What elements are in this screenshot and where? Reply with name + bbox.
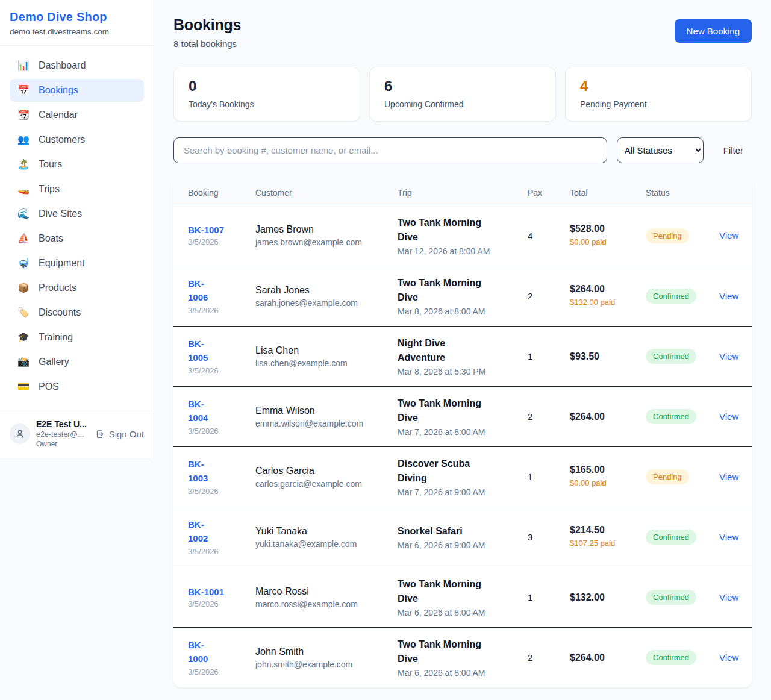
trip-cell: Discover Scuba Diving Mar 7, 2026 at 9:0… [398, 457, 528, 497]
view-link[interactable]: View [719, 291, 738, 301]
island-icon: 🏝️ [17, 160, 30, 169]
bookings-table: Booking Customer Trip Pax Total Status B… [173, 180, 752, 687]
sidebar-item-customers[interactable]: 👥 Customers [10, 128, 144, 151]
view-link[interactable]: View [719, 472, 738, 482]
customer-email: yuki.tanaka@example.com [255, 539, 398, 549]
new-booking-button[interactable]: New Booking [675, 19, 752, 43]
sidebar-item-discounts[interactable]: 🏷️ Discounts [10, 301, 144, 324]
sidebar-item-products[interactable]: 📦 Products [10, 277, 144, 299]
status-badge: Confirmed [646, 409, 696, 424]
booking-id-link[interactable]: BK-1006 [188, 277, 214, 304]
sidebar-item-label: Trips [39, 184, 60, 195]
sidebar-item-boats[interactable]: ⛵ Boats [10, 227, 144, 250]
stat-label: Today's Bookings [189, 99, 345, 109]
sidebar-user-footer: E2E Test U... e2e-tester@... Owner Sign … [0, 410, 154, 458]
total-cell: $132.00 [570, 592, 646, 603]
sidebar-item-pos[interactable]: 💳 POS [10, 375, 144, 398]
table-row: BK-1003 3/5/2026 Carlos Garcia carlos.ga… [173, 446, 752, 507]
calendar-date-icon: 📅 [17, 86, 30, 95]
booking-cell: BK-1005 3/5/2026 [188, 337, 255, 375]
view-link[interactable]: View [719, 532, 738, 542]
booking-date: 3/5/2026 [188, 427, 255, 436]
booking-date: 3/5/2026 [188, 667, 255, 677]
total-cell: $93.50 [570, 351, 646, 362]
booking-date: 3/5/2026 [188, 366, 255, 375]
credit-card-icon: 💳 [17, 382, 30, 392]
status-badge: Pending [646, 228, 689, 243]
col-header-total: Total [570, 188, 646, 198]
sidebar-item-training[interactable]: 🎓 Training [10, 326, 144, 349]
filter-button[interactable]: Filter [723, 145, 743, 155]
booking-id-link[interactable]: BK-1001 [188, 587, 224, 597]
diving-mask-icon: 🤿 [17, 258, 30, 268]
sidebar-item-gallery[interactable]: 📸 Gallery [10, 351, 144, 373]
trip-cell: Two Tank Morning Dive Mar 12, 2026 at 8:… [398, 216, 528, 256]
sidebar: Demo Dive Shop demo.test.divestreams.com… [0, 0, 154, 458]
status-select[interactable]: All Statuses [617, 137, 704, 163]
paid-amount: $107.25 paid [570, 538, 618, 549]
sidebar-item-label: Training [39, 332, 73, 343]
sidebar-item-calendar[interactable]: 📆 Calendar [10, 104, 144, 127]
customer-cell: James Brown james.brown@example.com [255, 224, 398, 247]
sidebar-item-equipment[interactable]: 🤿 Equipment [10, 252, 144, 275]
booking-cell: BK-1000 3/5/2026 [188, 639, 255, 677]
user-role: Owner [36, 440, 89, 448]
customer-name: Yuki Tanaka [255, 526, 398, 537]
search-input[interactable] [173, 137, 607, 163]
total-amount: $264.00 [570, 652, 646, 663]
trip-name: Two Tank Morning Dive [398, 396, 489, 425]
booking-id-link[interactable]: BK-1003 [188, 458, 214, 485]
total-amount: $132.00 [570, 592, 646, 603]
view-link[interactable]: View [719, 230, 738, 240]
view-link[interactable]: View [719, 411, 738, 422]
status-badge: Confirmed [646, 650, 696, 665]
sidebar-item-label: POS [39, 381, 59, 392]
person-icon [14, 428, 25, 439]
customer-cell: Marco Rossi marco.rossi@example.com [255, 586, 398, 609]
customer-email: emma.wilson@example.com [255, 419, 398, 428]
trip-name: Night Dive Adventure [398, 336, 489, 365]
trip-cell: Two Tank Morning Dive Mar 6, 2026 at 8:0… [398, 637, 528, 678]
main-content: Bookings 8 total bookings New Booking 0 … [154, 0, 771, 700]
customer-email: lisa.chen@example.com [255, 358, 398, 368]
sidebar-item-bookings[interactable]: 📅 Bookings [10, 79, 144, 102]
status-badge: Confirmed [646, 349, 696, 364]
user-email: e2e-tester@... [36, 430, 89, 439]
view-link[interactable]: View [719, 592, 738, 602]
status-cell: Confirmed [646, 590, 719, 605]
status-cell: Confirmed [646, 409, 719, 424]
sidebar-item-label: Dive Sites [39, 208, 82, 219]
app-root: Demo Dive Shop demo.test.divestreams.com… [0, 0, 771, 700]
sidebar-item-label: Discounts [39, 307, 81, 318]
customer-email: marco.rossi@example.com [255, 599, 398, 609]
stat-label: Upcoming Confirmed [384, 99, 541, 109]
page-title: Bookings [173, 16, 241, 34]
booking-id-link[interactable]: BK-1005 [188, 337, 214, 364]
pax-value: 2 [528, 291, 570, 301]
sidebar-item-label: Bookings [39, 85, 78, 96]
table-row: BK-1005 3/5/2026 Lisa Chen lisa.chen@exa… [173, 326, 752, 386]
sidebar-item-dive-sites[interactable]: 🌊 Dive Sites [10, 202, 144, 225]
booking-date: 3/5/2026 [188, 547, 255, 556]
stat-card: 4 Pending Payment [565, 67, 752, 122]
sign-out-button[interactable]: Sign Out [95, 429, 144, 439]
total-amount: $214.50 [570, 525, 646, 536]
booking-date: 3/5/2026 [188, 306, 255, 315]
view-cell: View [719, 532, 738, 543]
sidebar-item-trips[interactable]: 🚤 Trips [10, 178, 144, 201]
trip-cell: Two Tank Morning Dive Mar 7, 2026 at 8:0… [398, 396, 528, 437]
booking-cell: BK-1002 3/5/2026 [188, 518, 255, 556]
sidebar-item-tours[interactable]: 🏝️ Tours [10, 153, 144, 176]
booking-id-link[interactable]: BK-1004 [188, 398, 214, 425]
booking-id-link[interactable]: BK-1000 [188, 639, 214, 666]
view-link[interactable]: View [719, 351, 738, 361]
pax-value: 3 [528, 532, 570, 542]
sidebar-item-dashboard[interactable]: 📊 Dashboard [10, 54, 144, 77]
customer-email: sarah.jones@example.com [255, 298, 398, 308]
status-cell: Pending [646, 469, 719, 484]
booking-id-link[interactable]: BK-1007 [188, 225, 224, 235]
booking-id-link[interactable]: BK-1002 [188, 518, 214, 545]
view-link[interactable]: View [719, 652, 738, 663]
customer-cell: Carlos Garcia carlos.garcia@example.com [255, 466, 398, 489]
table-row: BK-1002 3/5/2026 Yuki Tanaka yuki.tanaka… [173, 507, 752, 567]
